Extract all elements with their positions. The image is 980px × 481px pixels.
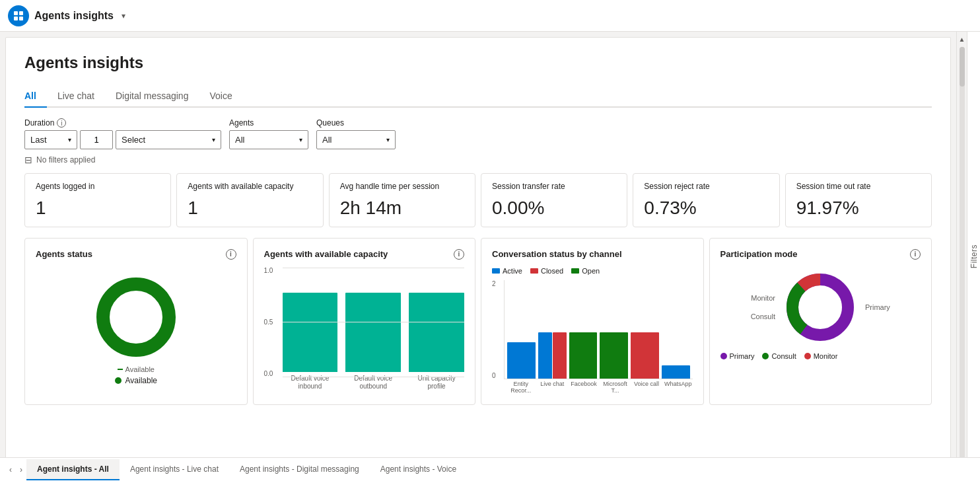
- channel-facebook: [569, 280, 598, 379]
- kpi-cards-row: Agents logged in 1 Agents with available…: [24, 173, 932, 227]
- svg-rect-2: [14, 17, 18, 20]
- bar-label-1: Default voiceoutbound: [354, 375, 392, 390]
- monitor-label: Monitor: [751, 294, 775, 302]
- chart-info-icon[interactable]: i: [454, 249, 464, 260]
- bottom-tab-digital-messaging[interactable]: Agent insights - Digital messaging: [229, 459, 370, 480]
- queues-label: Queues: [316, 118, 396, 128]
- bottom-nav-right-arrow[interactable]: ›: [16, 465, 26, 474]
- channel-livechat: [538, 280, 567, 379]
- scrollbar[interactable]: ▲ ▼: [956, 32, 967, 481]
- main-tabs: All Live chat Digital messaging Voice: [24, 85, 932, 108]
- legend-monitor: Monitor: [804, 352, 838, 360]
- bar-1: [345, 293, 401, 372]
- top-nav: Agents insights ▾: [0, 0, 980, 32]
- svg-rect-0: [14, 11, 18, 15]
- filter-off-icon: ⊟: [24, 155, 32, 165]
- chart-cards-row: Agents status i Available Available: [24, 238, 932, 405]
- bar-facebook-open: [569, 332, 598, 379]
- agents-select[interactable]: All ▾: [229, 130, 308, 149]
- app-title: Agents insights: [34, 10, 114, 22]
- duration-unit-select[interactable]: Select ▾: [116, 130, 221, 149]
- kpi-value: 0.73%: [644, 198, 768, 219]
- scrollbar-track[interactable]: [960, 47, 965, 468]
- participation-mode-chart-card: Participation mode i Monitor Consult: [709, 238, 932, 405]
- bar-group-2: Unit capacityprofile: [409, 293, 464, 390]
- bar-voice-closed: [631, 332, 659, 379]
- agents-status-legend: Available: [115, 376, 157, 385]
- chart-title: Conversation status by channel: [492, 249, 693, 259]
- agents-status-chart-card: Agents status i Available Available: [24, 238, 248, 405]
- duration-info-icon[interactable]: i: [57, 118, 66, 128]
- y-axis-labels: 2 0: [492, 280, 504, 379]
- legend-primary: Primary: [720, 352, 755, 360]
- bar-2: [409, 293, 464, 372]
- scroll-up-arrow[interactable]: ▲: [958, 34, 967, 44]
- conversation-legend: Active Closed Open: [492, 267, 693, 275]
- primary-dot: [720, 353, 727, 359]
- bar-entity-active: [507, 342, 536, 379]
- legend-consult: Consult: [762, 352, 796, 360]
- kpi-value: 0.00%: [492, 198, 616, 219]
- kpi-label: Session reject rate: [644, 182, 768, 192]
- participation-right-labels: Primary: [865, 303, 890, 311]
- bar-group-1: Default voiceoutbound: [345, 293, 401, 390]
- active-legend-rect: [492, 268, 500, 274]
- chevron-down-icon: ▾: [299, 136, 302, 143]
- kpi-agents-logged-in: Agents logged in 1: [24, 173, 171, 227]
- bottom-nav-left-arrow[interactable]: ‹: [5, 465, 16, 474]
- channel-label-msteams: Microsoft T...: [601, 381, 630, 394]
- channel-label-livechat: Live chat: [538, 381, 567, 394]
- agents-capacity-bar-chart: 1.0 0.5 0.0 Default: [264, 268, 465, 393]
- tab-all[interactable]: All: [24, 85, 47, 108]
- content-area: Agents insights All Live chat Digital me…: [5, 37, 951, 476]
- duration-label: Duration i: [24, 118, 221, 128]
- bottom-tab-all[interactable]: Agent insights - All: [26, 459, 120, 480]
- kpi-session-transfer-rate: Session transfer rate 0.00%: [481, 173, 627, 227]
- closed-legend-rect: [530, 268, 538, 274]
- chart-info-icon[interactable]: i: [226, 249, 236, 260]
- duration-preset-select[interactable]: Last ▾: [24, 130, 77, 149]
- kpi-label: Agents with available capacity: [188, 182, 312, 192]
- page-title: Agents insights: [24, 54, 932, 72]
- tab-digital-messaging[interactable]: Digital messaging: [105, 85, 199, 108]
- open-legend-rect: [571, 268, 579, 274]
- tab-voice[interactable]: Voice: [199, 85, 242, 108]
- bar-chart-area: 1.0 0.5 0.0 Default: [264, 268, 465, 393]
- chevron-down-icon[interactable]: ▾: [122, 11, 125, 20]
- kpi-value: 1: [36, 198, 160, 219]
- duration-filter-group: Duration i Last ▾ Select ▾: [24, 118, 221, 149]
- agents-filter-group: Agents All ▾: [229, 118, 308, 149]
- primary-label: Primary: [865, 303, 890, 311]
- filters-side-panel[interactable]: Filters: [967, 32, 980, 481]
- duration-controls: Last ▾ Select ▾: [24, 130, 221, 149]
- chart-title: Agents with available capacity i: [264, 249, 465, 260]
- legend-closed: Closed: [530, 267, 563, 275]
- duration-value-input[interactable]: [80, 130, 113, 149]
- bottom-tab-voice[interactable]: Agent insights - Voice: [370, 459, 467, 480]
- legend-open: Open: [571, 267, 600, 275]
- scrollbar-thumb[interactable]: [960, 47, 965, 87]
- kpi-session-reject-rate: Session reject rate 0.73%: [633, 173, 779, 227]
- chevron-down-icon: ▾: [68, 136, 71, 143]
- conversation-status-chart-card: Conversation status by channel Active Cl…: [481, 238, 704, 405]
- channel-label-whatsapp: WhatsApp: [664, 381, 693, 394]
- kpi-avg-handle-time: Avg handle time per session 2h 14m: [329, 173, 475, 227]
- channel-entity: [507, 280, 536, 379]
- chart-title: Agents status i: [36, 249, 236, 260]
- app-icon: [8, 5, 29, 26]
- queues-select[interactable]: All ▾: [316, 130, 396, 149]
- filters-section: Duration i Last ▾ Select ▾: [24, 118, 932, 165]
- consult-label: Consult: [751, 313, 775, 320]
- participation-legend: Primary Consult Monitor: [720, 352, 921, 360]
- available-dot: [115, 377, 122, 384]
- bottom-tab-live-chat[interactable]: Agent insights - Live chat: [120, 459, 229, 480]
- filters-label: Filters: [969, 244, 979, 268]
- kpi-label: Agents logged in: [36, 182, 160, 192]
- donut-svg: [93, 274, 179, 360]
- chart-info-icon[interactable]: i: [910, 249, 921, 260]
- filters-row: Duration i Last ▾ Select ▾: [24, 118, 932, 149]
- bar-group-0: Default voiceinbound: [283, 293, 338, 390]
- channel-x-labels: Entity Recor... Live chat Facebook Micro…: [492, 381, 693, 394]
- participation-left-labels: Monitor Consult: [751, 294, 775, 320]
- tab-live-chat[interactable]: Live chat: [47, 85, 105, 108]
